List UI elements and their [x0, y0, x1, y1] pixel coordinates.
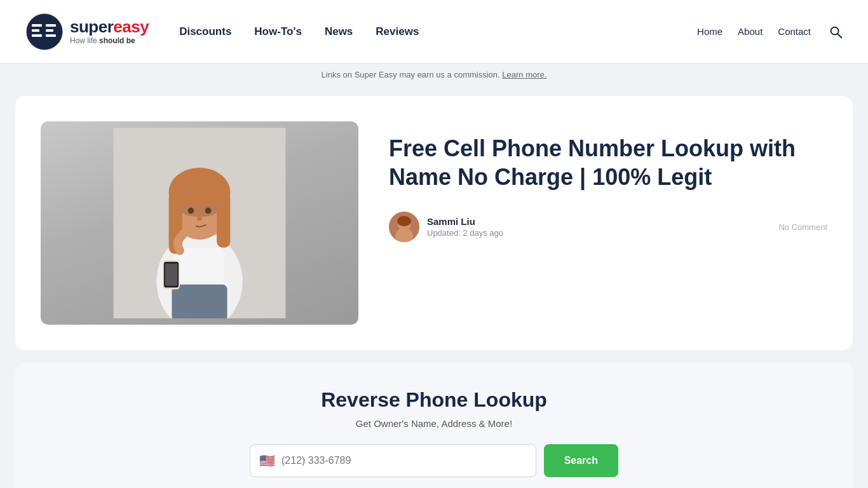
flag-icon: 🇺🇸	[259, 453, 275, 468]
svg-rect-12	[172, 285, 227, 318]
svg-point-29	[397, 216, 411, 226]
phone-input[interactable]	[281, 455, 527, 466]
main-nav: Discounts How-To's News Reviews	[179, 25, 419, 38]
svg-rect-2	[32, 29, 39, 32]
header-left: super easy How life should be Discounts …	[25, 13, 419, 51]
svg-rect-4	[46, 24, 56, 27]
nav-item-contact[interactable]: Contact	[778, 26, 811, 37]
svg-rect-6	[46, 34, 56, 37]
logo-super: super	[70, 18, 113, 36]
nav-item-discounts[interactable]: Discounts	[179, 25, 231, 38]
author-updated: Updated: 2 days ago	[427, 228, 503, 238]
logo-text: super easy How life should be	[70, 18, 149, 46]
nav-item-news[interactable]: News	[325, 25, 353, 38]
logo-easy: easy	[113, 18, 149, 36]
article-info: Free Cell Phone Number Lookup with Name …	[389, 121, 827, 242]
nav-item-reviews[interactable]: Reviews	[376, 25, 419, 38]
article-illustration	[111, 128, 288, 318]
article-header: Free Cell Phone Number Lookup with Name …	[41, 121, 827, 325]
affiliate-learn-more[interactable]: Learn more.	[502, 70, 546, 79]
svg-rect-25	[165, 264, 177, 286]
widget-subtitle: Get Owner's Name, Address & More!	[356, 418, 512, 429]
reverse-phone-widget: Reverse Phone Lookup Get Owner's Name, A…	[15, 363, 853, 488]
search-icon	[829, 25, 843, 39]
svg-point-22	[197, 217, 202, 220]
svg-point-21	[205, 208, 212, 214]
secondary-nav: Home About Contact	[697, 26, 811, 37]
avatar	[389, 212, 419, 242]
svg-rect-3	[32, 34, 42, 37]
author-name: Sammi Liu	[427, 216, 503, 227]
nav-item-about[interactable]: About	[738, 26, 763, 37]
no-comment-label: No Comment	[778, 222, 827, 232]
article-card: Free Cell Phone Number Lookup with Name …	[15, 96, 853, 350]
svg-line-8	[837, 34, 841, 37]
logo-tagline: How life should be	[70, 37, 149, 45]
widget-search-row: 🇺🇸 Search	[250, 444, 618, 477]
svg-point-20	[188, 208, 194, 214]
author-info: Sammi Liu Updated: 2 days ago	[389, 212, 503, 242]
svg-point-26	[184, 221, 196, 231]
svg-point-0	[27, 14, 62, 50]
article-image-placeholder	[41, 121, 358, 325]
article-title: Free Cell Phone Number Lookup with Name …	[389, 134, 827, 191]
svg-rect-5	[46, 29, 53, 32]
article-image	[41, 121, 358, 325]
search-button[interactable]: Search	[544, 444, 618, 477]
site-header: super easy How life should be Discounts …	[0, 0, 868, 64]
author-details: Sammi Liu Updated: 2 days ago	[427, 216, 503, 238]
phone-input-wrapper[interactable]: 🇺🇸	[250, 444, 536, 477]
search-button[interactable]	[829, 25, 843, 39]
svg-rect-16	[217, 193, 230, 248]
widget-title: Reverse Phone Lookup	[321, 388, 547, 412]
header-right: Home About Contact	[697, 25, 843, 39]
affiliate-text: Links on Super Easy may earn us a commis…	[322, 70, 503, 79]
nav-item-home[interactable]: Home	[697, 26, 722, 37]
affiliate-bar: Links on Super Easy may earn us a commis…	[0, 64, 868, 86]
nav-item-howtos[interactable]: How-To's	[254, 25, 302, 38]
svg-rect-1	[32, 24, 42, 27]
logo-icon	[25, 13, 64, 51]
logo[interactable]: super easy How life should be	[25, 13, 149, 51]
avatar-illustration	[389, 212, 419, 242]
author-row: Sammi Liu Updated: 2 days ago No Comment	[389, 212, 827, 242]
